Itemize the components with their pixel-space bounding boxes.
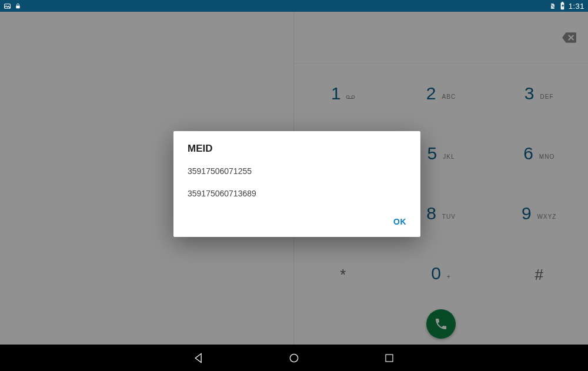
svg-rect-4: [562, 2, 563, 2]
dialog-actions: OK: [173, 209, 420, 237]
dialog-ok-button[interactable]: OK: [386, 212, 413, 231]
nav-recents-icon: [384, 353, 395, 363]
svg-rect-1: [16, 5, 19, 8]
status-clock: 1:31: [569, 2, 584, 11]
svg-point-8: [290, 354, 298, 362]
svg-rect-9: [386, 355, 393, 362]
screenshot-notification-icon: [4, 2, 11, 10]
navigation-bar: [0, 345, 588, 371]
dialog-title: MEID: [173, 131, 420, 162]
meid-dialog: MEID 35917506071255 359175060713689 OK: [173, 131, 420, 237]
nav-back-button[interactable]: [192, 352, 205, 365]
dialog-body: 35917506071255 359175060713689: [173, 162, 420, 209]
meid-value-2: 359175060713689: [188, 184, 406, 206]
nav-back-icon: [193, 352, 205, 364]
nav-home-button[interactable]: [288, 352, 300, 365]
battery-charging-icon: [560, 2, 565, 10]
no-sim-icon: [549, 2, 556, 10]
meid-value-1: 35917506071255: [188, 162, 406, 184]
status-bar: 1:31: [0, 0, 588, 12]
lock-icon: [15, 2, 21, 10]
nav-home-icon: [288, 352, 300, 364]
nav-recents-button[interactable]: [383, 352, 396, 365]
